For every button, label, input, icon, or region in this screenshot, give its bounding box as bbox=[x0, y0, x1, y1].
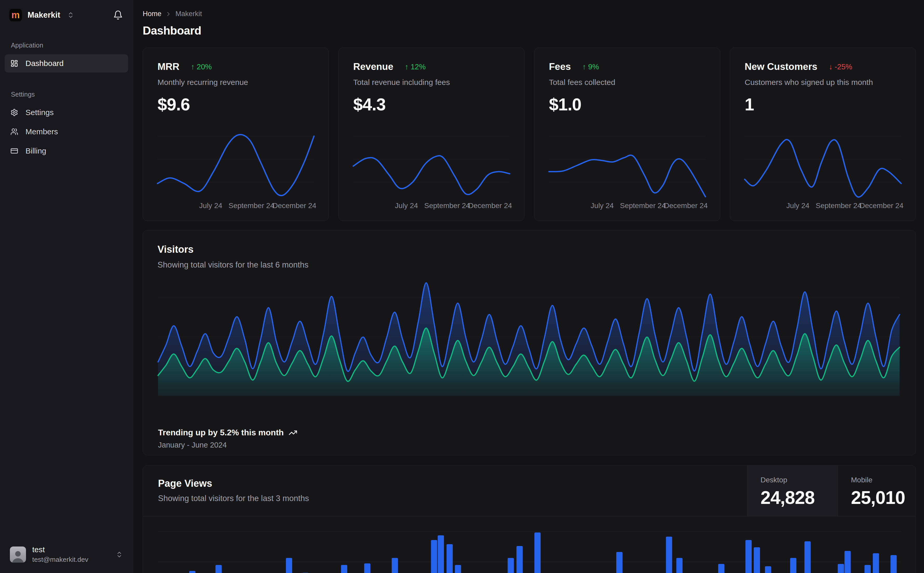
sidebar-item-billing[interactable]: Billing bbox=[5, 142, 128, 160]
visitors-title: Visitors bbox=[157, 244, 901, 255]
visitors-period: January - June 2024 bbox=[158, 441, 227, 449]
bar bbox=[805, 541, 811, 573]
trend-badge: ↑20% bbox=[191, 63, 212, 71]
stat-card-new-customers: New Customers ↓-25% Customers who signed… bbox=[730, 47, 916, 221]
bar bbox=[438, 535, 444, 573]
stat-description: Total fees collected bbox=[549, 78, 705, 87]
layout-dashboard-icon bbox=[10, 59, 18, 67]
visitors-trend: Trending up by 5.2% this month bbox=[158, 428, 297, 437]
bar bbox=[790, 558, 796, 573]
bar bbox=[455, 565, 461, 573]
user-info: test test@makerkit.dev bbox=[32, 545, 88, 564]
stat-sparkline bbox=[353, 128, 510, 197]
page-views-title: Page Views bbox=[158, 478, 309, 489]
users-icon bbox=[10, 128, 18, 136]
bar bbox=[718, 564, 725, 573]
chevrons-up-down-icon bbox=[116, 551, 123, 558]
bar bbox=[189, 571, 196, 573]
user-email: test@makerkit.dev bbox=[32, 556, 88, 564]
bar bbox=[516, 546, 523, 573]
x-axis-ticks: July 24 September 24 December 24 bbox=[549, 202, 705, 210]
bar bbox=[873, 553, 879, 573]
bar bbox=[676, 558, 682, 573]
sidebar-nav-settings: Settings Members Billing bbox=[0, 98, 133, 160]
bar bbox=[392, 558, 398, 573]
stat-cards-row: MRR ↑20% Monthly recurring revenue $9.6 … bbox=[143, 47, 916, 221]
workspace-selector-row: m Makerkit bbox=[0, 0, 133, 21]
stat-sparkline bbox=[745, 128, 901, 197]
user-avatar bbox=[10, 546, 26, 563]
toggle-label: Mobile bbox=[851, 476, 916, 484]
sidebar-item-label: Dashboard bbox=[25, 59, 64, 68]
stat-sparkline bbox=[549, 128, 705, 197]
bar bbox=[431, 540, 437, 573]
stat-value: $9.6 bbox=[157, 94, 314, 114]
arrow-up-icon: ↑ bbox=[191, 63, 195, 71]
page-title: Dashboard bbox=[143, 24, 916, 37]
bar bbox=[754, 547, 760, 573]
notifications-bell-icon[interactable] bbox=[113, 10, 123, 20]
gear-icon bbox=[10, 108, 18, 116]
stat-description: Customers who signed up this month bbox=[745, 78, 901, 87]
stat-card-fees: Fees ↑9% Total fees collected $1.0 July … bbox=[534, 47, 720, 221]
toggle-desktop[interactable]: Desktop 24,828 bbox=[747, 465, 838, 516]
toggle-value: 25,010 bbox=[851, 487, 916, 508]
page-views-subtitle: Showing total visitors for the last 3 mo… bbox=[158, 494, 309, 503]
bar bbox=[616, 552, 623, 573]
x-axis-ticks: July 24 September 24 December 24 bbox=[353, 202, 510, 210]
stat-card-revenue: Revenue ↑12% Total revenue including fee… bbox=[339, 47, 524, 221]
toggle-label: Desktop bbox=[761, 476, 838, 484]
stat-card-mrr: MRR ↑20% Monthly recurring revenue $9.6 … bbox=[143, 47, 329, 221]
sidebar-section-application: Application bbox=[0, 42, 133, 49]
stat-value: $4.3 bbox=[353, 94, 510, 114]
workspace-name[interactable]: Makerkit bbox=[28, 10, 60, 20]
bar bbox=[215, 565, 222, 573]
breadcrumb: Home Makerkit bbox=[143, 10, 916, 18]
toggle-mobile[interactable]: Mobile 25,010 bbox=[838, 465, 916, 516]
stat-value: 1 bbox=[745, 94, 901, 114]
x-axis-ticks: July 24 September 24 December 24 bbox=[745, 202, 901, 210]
bar bbox=[534, 532, 541, 573]
sidebar-item-label: Members bbox=[25, 127, 58, 136]
user-menu-trigger[interactable]: test test@makerkit.dev bbox=[6, 543, 127, 566]
stat-title: MRR bbox=[157, 61, 179, 72]
arrow-up-icon: ↑ bbox=[405, 63, 409, 71]
bar bbox=[447, 544, 453, 573]
bar bbox=[891, 555, 897, 573]
main-content: Home Makerkit Dashboard MRR ↑20% Monthly… bbox=[133, 0, 924, 573]
dashboard-app: m Makerkit Application Dashboard Setting… bbox=[0, 0, 924, 573]
page-views-series-toggles: Desktop 24,828 Mobile 25,010 bbox=[747, 465, 916, 516]
bar bbox=[838, 564, 844, 573]
sidebar-item-settings[interactable]: Settings bbox=[5, 103, 128, 122]
stat-title: Revenue bbox=[353, 61, 393, 72]
page-views-header: Page Views Showing total visitors for th… bbox=[143, 465, 916, 517]
stat-title: New Customers bbox=[745, 61, 817, 72]
bar bbox=[864, 565, 871, 573]
stat-sparkline bbox=[157, 128, 314, 197]
stat-title: Fees bbox=[549, 61, 571, 72]
bar bbox=[666, 537, 672, 573]
trend-badge: ↑12% bbox=[405, 63, 426, 71]
chevrons-up-down-icon[interactable] bbox=[67, 11, 74, 19]
breadcrumb-current: Makerkit bbox=[176, 10, 202, 18]
arrow-down-icon: ↓ bbox=[829, 63, 833, 71]
visitors-subtitle: Showing total visitors for the last 6 mo… bbox=[157, 260, 901, 269]
user-name: test bbox=[32, 545, 88, 554]
bar bbox=[286, 558, 292, 573]
sidebar-section-settings: Settings bbox=[0, 91, 133, 98]
toggle-value: 24,828 bbox=[761, 487, 838, 508]
credit-card-icon bbox=[10, 147, 18, 155]
x-axis-ticks: July 24 September 24 December 24 bbox=[157, 202, 314, 210]
sidebar-item-dashboard[interactable]: Dashboard bbox=[5, 54, 128, 72]
bar bbox=[844, 551, 851, 573]
bar bbox=[508, 558, 514, 573]
bar bbox=[765, 566, 771, 573]
bar bbox=[341, 565, 347, 573]
arrow-up-icon: ↑ bbox=[582, 63, 586, 71]
sidebar-item-members[interactable]: Members bbox=[5, 123, 128, 141]
sidebar-item-label: Settings bbox=[25, 108, 53, 117]
trend-badge: ↓-25% bbox=[829, 63, 852, 71]
breadcrumb-home-link[interactable]: Home bbox=[143, 10, 162, 18]
makerkit-logo-glyph: m bbox=[11, 10, 20, 20]
stat-description: Total revenue including fees bbox=[353, 78, 510, 87]
